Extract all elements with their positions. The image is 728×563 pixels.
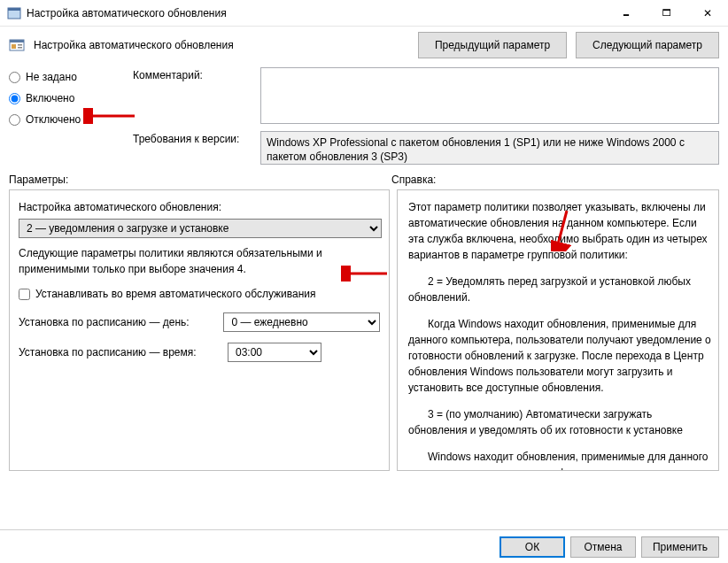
dialog-footer: ОК Отмена Применить — [0, 529, 728, 563]
svg-rect-5 — [18, 44, 22, 46]
install-day-label: Установка по расписанию — день: — [19, 314, 216, 330]
options-panel: Настройка автоматического обновления: 2 … — [9, 189, 390, 471]
panels-row: Настройка автоматического обновления: 2 … — [0, 189, 728, 471]
help-paragraph: 3 = (по умолчанию) Автоматически загружа… — [408, 406, 713, 438]
install-day-row: Установка по расписанию — день: 0 — ежед… — [19, 312, 380, 332]
apply-button[interactable]: Применить — [641, 536, 719, 558]
cancel-button[interactable]: Отмена — [570, 536, 636, 558]
window-title: Настройка автоматического обновления — [27, 7, 606, 19]
close-button[interactable] — [687, 0, 728, 26]
radio-not-configured-label: Не задано — [26, 71, 77, 83]
previous-setting-button[interactable]: Предыдущий параметр — [418, 32, 567, 58]
maintenance-checkbox[interactable] — [19, 289, 30, 300]
requirements-label: Требования к версии: — [133, 131, 253, 165]
update-mode-label: Настройка автоматического обновления: — [19, 199, 380, 215]
comment-row: Комментарий: — [133, 67, 719, 124]
help-paragraph: Когда Windows находит обновления, примен… — [408, 316, 713, 396]
help-panel[interactable]: Этот параметр политики позволяет указыва… — [397, 189, 719, 471]
svg-rect-3 — [10, 40, 24, 42]
requirements-text[interactable]: Windows XP Professional с пакетом обновл… — [260, 131, 719, 165]
update-mode-select[interactable]: 2 — уведомления о загрузке и установке — [19, 219, 382, 238]
minimize-button[interactable] — [606, 0, 647, 26]
radio-enabled-label: Включено — [26, 92, 74, 104]
next-setting-button[interactable]: Следующий параметр — [576, 32, 719, 58]
policy-icon — [9, 37, 25, 53]
ok-button[interactable]: ОК — [500, 536, 565, 558]
radio-disabled-input[interactable] — [9, 114, 20, 126]
install-time-row: Установка по расписанию — время: 03:00 — [19, 343, 380, 362]
install-time-label: Установка по расписанию — время: — [19, 344, 221, 360]
radio-not-configured[interactable]: Не задано — [9, 71, 124, 83]
comment-input[interactable] — [260, 67, 719, 124]
install-day-select[interactable]: 0 — ежедневно — [223, 312, 380, 332]
titlebar: Настройка автоматического обновления — [0, 0, 728, 27]
install-time-select[interactable]: 03:00 — [228, 343, 321, 362]
svg-rect-4 — [12, 44, 16, 49]
header-row: Настройка автоматического обновления Пре… — [0, 27, 728, 67]
help-section-label: Справка: — [391, 174, 719, 186]
maintenance-checkbox-label: Устанавливать во время автоматического о… — [35, 286, 316, 302]
comment-label: Комментарий: — [133, 67, 253, 124]
state-radio-group: Не задано Включено Отключено — [9, 67, 124, 165]
help-paragraph: Этот параметр политики позволяет указыва… — [408, 199, 713, 263]
maintenance-checkbox-row[interactable]: Устанавливать во время автоматического о… — [19, 286, 380, 302]
radio-enabled[interactable]: Включено — [9, 92, 124, 104]
help-paragraph: 2 = Уведомлять перед загрузкой и установ… — [408, 274, 713, 305]
svg-rect-6 — [18, 47, 22, 49]
svg-rect-1 — [8, 8, 20, 11]
sections-header-row: Параметры: Справка: — [0, 170, 728, 189]
radio-not-configured-input[interactable] — [9, 72, 20, 83]
radio-disabled[interactable]: Отключено — [9, 113, 124, 126]
fields-column: Комментарий: Требования к версии: Window… — [133, 67, 719, 165]
policy-title: Настройка автоматического обновления — [34, 39, 409, 51]
maximize-button[interactable] — [647, 0, 687, 26]
window-controls — [606, 0, 728, 26]
policy-state-row: Не задано Включено Отключено Комментарий… — [0, 67, 728, 170]
options-note: Следующие параметры политики являются об… — [19, 245, 380, 277]
help-paragraph: Windows находит обновления, применимые д… — [408, 449, 713, 471]
requirements-row: Требования к версии: Windows XP Professi… — [133, 131, 719, 165]
app-icon — [7, 6, 21, 20]
radio-disabled-label: Отключено — [26, 113, 81, 126]
radio-enabled-input[interactable] — [9, 93, 20, 104]
options-section-label: Параметры: — [9, 174, 391, 186]
